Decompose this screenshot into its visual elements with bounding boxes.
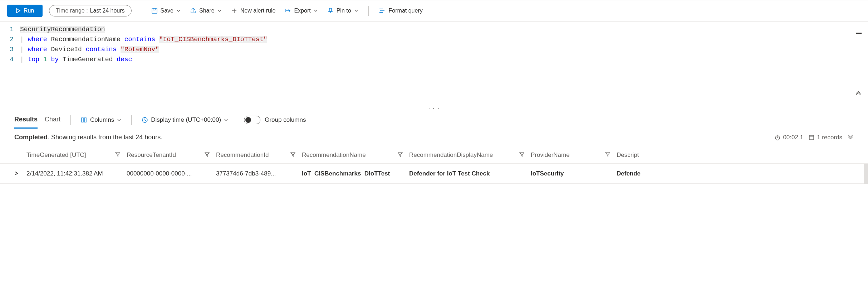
group-columns-control: Group columns [244,116,306,124]
filter-icon[interactable] [398,151,403,159]
svg-rect-0 [152,8,157,13]
header-label: RecommendationDisplayName [409,151,493,159]
token-keyword: by [51,56,59,63]
line-number: 1 [0,24,14,34]
tab-results[interactable]: Results [14,111,38,129]
svg-rect-2 [82,118,83,122]
filter-icon[interactable] [290,151,295,159]
time-range-value: Last 24 hours [90,8,125,14]
column-header-recommendationid[interactable]: RecommendationId [216,151,302,159]
run-label: Run [24,8,34,14]
save-label: Save [161,8,173,14]
results-grid: TimeGenerated [UTC] ResourceTenantId Rec… [0,146,868,184]
filter-icon[interactable] [605,151,610,159]
expand-down-icon[interactable] [847,133,854,141]
chevron-down-icon [354,9,358,13]
pane-splitter[interactable]: . . . [0,104,868,110]
row-expand-chevron[interactable] [14,171,26,177]
columns-button[interactable]: Columns [81,116,121,124]
records-icon [808,134,815,141]
chevron-down-icon [117,118,121,122]
format-query-button[interactable]: Format query [375,5,426,16]
status-text: . Showing results from the last 24 hours… [48,134,162,141]
line-number: 3 [0,44,14,54]
horizontal-scrollbar-thumb[interactable] [864,164,868,184]
token-keyword: where [28,46,47,53]
tab-chart[interactable]: Chart [45,111,60,129]
header-label: TimeGenerated [UTC] [26,151,86,159]
token-identifier: DeviceId [51,46,82,53]
clock-icon [142,117,148,123]
columns-icon [81,117,87,123]
separator [141,6,141,16]
token-operator: contains [86,46,117,53]
share-icon [190,8,196,14]
cell-timegenerated: 2/14/2022, 11:42:31.382 AM [26,170,127,177]
status-records: 1 records [808,134,842,141]
time-range-picker[interactable]: Time range : Last 24 hours [49,5,131,16]
tab-label: Chart [45,116,60,123]
run-button[interactable]: Run [7,5,43,17]
new-alert-button[interactable]: New alert rule [227,5,279,16]
header-label: ResourceTenantId [127,151,176,159]
cell-recommendationname: IoT_CISBenchmarks_DIoTTest [302,170,409,177]
svg-rect-3 [84,118,86,122]
editor-collapse-icon[interactable]: — [856,28,862,38]
column-header-providername[interactable]: ProviderName [531,151,617,159]
records-value: 1 records [817,134,842,141]
chevron-down-icon [176,9,181,13]
chevron-down-icon [217,9,222,13]
pin-label: Pin to [337,8,351,14]
line-gutter: 1 2 3 4 [0,24,20,104]
token-table: SecurityRecommendation [20,26,105,33]
pin-button[interactable]: Pin to [324,5,362,16]
group-columns-toggle[interactable] [244,116,260,124]
header-label: RecommendationName [302,151,366,159]
query-toolbar: Run Time range : Last 24 hours Save Shar… [0,0,868,21]
token-pipe: | [20,36,24,43]
cell-providername: IoTSecurity [531,170,617,177]
status-duration: 00:02.1 [774,134,803,141]
cell-recommendationid: 377374d6-7db3-489... [216,170,302,177]
token-identifier: RecommendationName [51,36,120,43]
header-label: Descript [617,151,639,159]
save-button[interactable]: Save [148,5,184,16]
header-label: ProviderName [531,151,570,159]
results-tabs-bar: Results Chart Columns Display time (UTC+… [0,110,868,130]
token-identifier: TimeGenerated [63,56,113,63]
splitter-dots: . . . [428,104,440,110]
table-row[interactable]: 2/14/2022, 11:42:31.382 AM 00000000-0000… [0,164,868,184]
column-header-timegenerated[interactable]: TimeGenerated [UTC] [26,151,127,159]
separator [131,115,132,125]
export-label: Export [294,8,310,14]
filter-icon[interactable] [115,151,120,159]
format-label: Format query [389,8,423,14]
column-header-recommendationdisplayname[interactable]: RecommendationDisplayName [409,151,531,159]
cell-resourcetenantid: 00000000-0000-0000-... [127,170,216,177]
cell-description: Defende [617,170,667,177]
display-time-button[interactable]: Display time (UTC+00:00) [142,116,228,124]
separator [368,6,369,16]
stopwatch-icon [774,134,781,141]
chevron-down-icon [224,118,228,122]
share-button[interactable]: Share [186,5,225,16]
token-pipe: | [20,56,24,63]
column-header-description[interactable]: Descript [617,151,667,159]
token-number: 1 [43,56,47,63]
token-operator: contains [124,36,155,43]
new-alert-label: New alert rule [240,8,276,14]
scroll-top-icon[interactable] [855,90,862,100]
group-columns-label: Group columns [265,116,306,124]
save-icon [151,8,158,14]
pin-icon [327,8,334,14]
status-completed: Completed [14,134,48,141]
export-icon [285,8,291,14]
column-header-resourcetenantid[interactable]: ResourceTenantId [127,151,216,159]
export-button[interactable]: Export [281,5,321,16]
column-header-recommendationname[interactable]: RecommendationName [302,151,409,159]
code-area[interactable]: SecurityRecommendation| where Recommenda… [20,24,868,104]
filter-icon[interactable] [519,151,524,159]
cell-recommendationdisplayname: Defender for IoT Test Check [409,170,531,177]
query-editor[interactable]: 1 2 3 4 SecurityRecommendation| where Re… [0,21,868,104]
filter-icon[interactable] [205,151,210,159]
